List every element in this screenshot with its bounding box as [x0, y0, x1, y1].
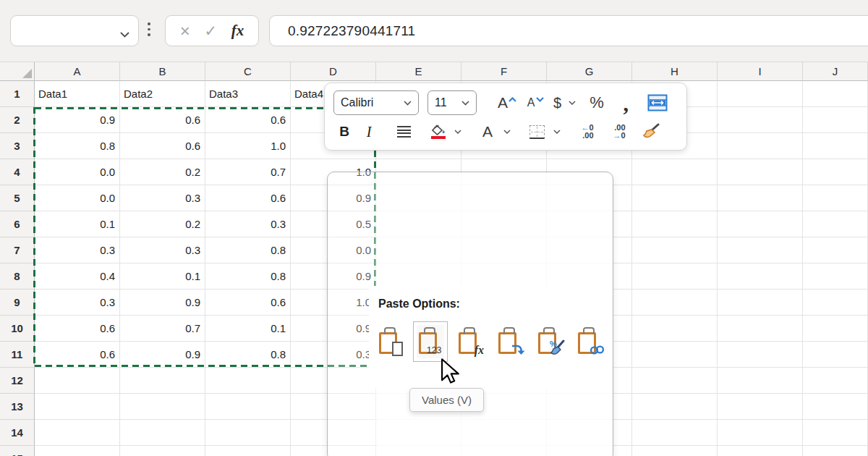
cell-H4[interactable]	[632, 159, 718, 185]
col-header-I[interactable]: I	[718, 62, 803, 81]
cell-C2[interactable]: 0.6	[205, 107, 291, 133]
cell-I13[interactable]	[718, 394, 803, 420]
cell-C11[interactable]: 0.8	[205, 342, 291, 368]
cell-C4[interactable]: 0.7	[205, 159, 291, 185]
cell-A2[interactable]: 0.9	[35, 107, 120, 133]
cell-J12[interactable]	[803, 368, 868, 394]
cell-H7[interactable]	[632, 237, 718, 263]
col-header-H[interactable]: H	[632, 62, 718, 81]
cell-B9[interactable]: 0.9	[120, 290, 205, 316]
cell-B7[interactable]: 0.3	[120, 237, 205, 263]
bold-button[interactable]: B	[333, 119, 355, 144]
cell-C15[interactable]	[205, 446, 291, 456]
cell-A6[interactable]: 0.1	[35, 211, 120, 237]
cell-I11[interactable]	[718, 342, 803, 368]
row-header-2[interactable]: 2	[0, 107, 35, 133]
cell-B5[interactable]: 0.3	[120, 185, 205, 211]
row-header-14[interactable]: 14	[0, 420, 35, 446]
cell-J5[interactable]	[803, 185, 868, 211]
cell-B12[interactable]	[120, 368, 205, 394]
cell-H6[interactable]	[632, 211, 718, 237]
row-header-13[interactable]: 13	[0, 394, 35, 420]
cell-A15[interactable]	[35, 446, 120, 456]
cell-A3[interactable]: 0.8	[35, 133, 120, 159]
alignment-lines-icon[interactable]	[393, 119, 414, 144]
cell-B11[interactable]: 0.9	[120, 342, 205, 368]
row-header-4[interactable]: 4	[0, 159, 35, 185]
cell-I9[interactable]	[718, 290, 803, 316]
cell-C12[interactable]	[205, 368, 291, 394]
paste-formatting-button[interactable]: %	[536, 325, 563, 358]
font-name-select[interactable]: Calibri	[333, 90, 419, 115]
cell-A11[interactable]: 0.6	[35, 342, 120, 368]
row-header-6[interactable]: 6	[0, 211, 35, 237]
cell-B14[interactable]	[120, 420, 205, 446]
cell-I4[interactable]	[718, 159, 803, 185]
font-size-select[interactable]: 11	[427, 90, 477, 115]
cell-J9[interactable]	[803, 290, 868, 316]
cell-H14[interactable]	[632, 420, 718, 446]
accounting-format-button[interactable]: $	[553, 90, 576, 115]
insert-function-icon[interactable]: fx	[231, 23, 244, 38]
cell-H13[interactable]	[632, 394, 718, 420]
percent-style-button[interactable]: %	[586, 90, 608, 115]
cell-H5[interactable]	[632, 185, 718, 211]
row-header-8[interactable]: 8	[0, 263, 35, 290]
paste-values-button[interactable]: 123	[417, 325, 444, 358]
cell-B10[interactable]: 0.7	[120, 316, 205, 342]
cell-A13[interactable]	[35, 394, 120, 420]
cell-I14[interactable]	[718, 420, 803, 446]
formula-bar-input[interactable]: 0.927223790441711	[269, 15, 868, 46]
cancel-icon[interactable]: ×	[180, 22, 190, 40]
row-header-1[interactable]: 1	[0, 81, 35, 107]
cell-I6[interactable]	[718, 211, 803, 237]
cell-C6[interactable]: 0.3	[205, 211, 291, 237]
cell-A5[interactable]: 0.0	[35, 185, 120, 211]
row-header-7[interactable]: 7	[0, 237, 35, 263]
cell-I1[interactable]	[718, 81, 803, 107]
row-header-10[interactable]: 10	[0, 316, 35, 342]
cell-J11[interactable]	[803, 342, 868, 368]
row-header-11[interactable]: 11	[0, 342, 35, 368]
paste-button[interactable]	[377, 325, 404, 358]
decrease-font-size-button[interactable]: A	[519, 90, 543, 115]
paste-formulas-button[interactable]: fx	[456, 325, 484, 358]
row-header-3[interactable]: 3	[0, 133, 35, 159]
col-header-F[interactable]: F	[461, 62, 547, 81]
increase-font-size-button[interactable]: A	[490, 90, 516, 115]
col-header-C[interactable]: C	[205, 62, 291, 81]
cell-J8[interactable]	[803, 263, 868, 290]
paste-transpose-button[interactable]	[496, 325, 524, 358]
autofit-table-icon[interactable]	[647, 90, 668, 115]
cell-B6[interactable]: 0.2	[120, 211, 205, 237]
cell-A10[interactable]: 0.6	[35, 316, 120, 342]
cell-J1[interactable]	[803, 81, 868, 107]
cell-I12[interactable]	[718, 368, 803, 394]
cell-C8[interactable]: 0.8	[205, 263, 291, 290]
cell-B4[interactable]: 0.2	[120, 159, 205, 185]
cell-A1[interactable]: Data1	[35, 81, 120, 107]
col-header-B[interactable]: B	[120, 62, 205, 81]
cell-A14[interactable]	[35, 420, 120, 446]
cell-C14[interactable]	[205, 420, 291, 446]
cell-B13[interactable]	[120, 394, 205, 420]
cell-H12[interactable]	[632, 368, 718, 394]
cell-A12[interactable]	[35, 368, 120, 394]
cell-J10[interactable]	[803, 316, 868, 342]
cell-C13[interactable]	[205, 394, 291, 420]
cell-C5[interactable]: 0.6	[205, 185, 291, 211]
format-painter-icon[interactable]	[640, 119, 662, 144]
cell-I2[interactable]	[718, 107, 803, 133]
cell-C7[interactable]: 0.8	[205, 237, 291, 263]
cell-J13[interactable]	[803, 394, 868, 420]
cell-A9[interactable]: 0.3	[35, 290, 120, 316]
cell-J4[interactable]	[803, 159, 868, 185]
cell-J2[interactable]	[803, 107, 868, 133]
fill-color-button[interactable]	[427, 119, 449, 144]
cell-B3[interactable]: 0.6	[120, 133, 205, 159]
col-header-A[interactable]: A	[35, 62, 120, 81]
cell-H15[interactable]	[632, 446, 718, 456]
font-color-dropdown[interactable]	[501, 119, 513, 144]
borders-dropdown[interactable]	[550, 119, 563, 144]
col-header-E[interactable]: E	[376, 62, 461, 81]
